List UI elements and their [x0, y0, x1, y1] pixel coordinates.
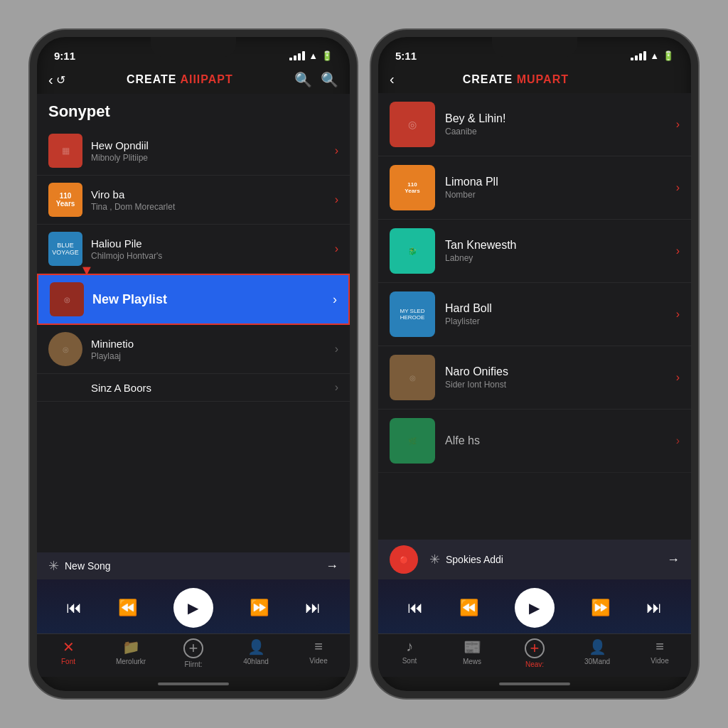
chevron-icon: ›	[335, 193, 338, 206]
list-item[interactable]: Sinz A Boors ›	[37, 374, 350, 402]
left-back-button[interactable]: ‹ ↺	[48, 72, 65, 88]
chevron-icon: ›	[676, 181, 680, 194]
tab-merolurk[interactable]: 📁 Merolurkr	[109, 638, 152, 668]
item-subtitle: Chilmojo Hontvar's	[91, 251, 335, 261]
list-item[interactable]: ◎ Bey & Lihin! Caanibe ›	[378, 93, 691, 156]
phones-container: 9:11 ▲ 🔋 ‹ ↺ CREATE AIIIPAPT	[0, 0, 728, 728]
chevron-icon: ›	[676, 245, 680, 257]
tab-sont-label: Sont	[402, 657, 417, 665]
tab-videe-label: Videe	[309, 657, 327, 665]
list-item[interactable]: 🐉 Tan Knewesth Labney ›	[378, 220, 691, 283]
item-info: Limona Pll Nomber	[445, 176, 676, 200]
list-item[interactable]: ▦ Hew Opndiil Mibnoly Plitiipe ›	[37, 127, 350, 176]
skip-to-end-icon[interactable]: ⏭	[305, 599, 321, 617]
right-back-button[interactable]: ‹	[390, 71, 395, 87]
item-info: New Playlist	[92, 292, 333, 307]
item-info: Haliou Pile Chilmojo Hontvar's	[91, 237, 335, 261]
left-nav-header: ‹ ↺ CREATE AIIIPAPT 🔍 🔍	[37, 68, 350, 94]
list-item[interactable]: 🌿 Alfe hs ›	[378, 410, 691, 473]
left-nav-actions: 🔍 🔍	[294, 71, 338, 88]
tab-sont[interactable]: ♪ Sont	[388, 638, 431, 668]
tab-mews[interactable]: 📰 Mews	[451, 638, 493, 668]
item-info: Mininetio Playlaaj	[91, 338, 335, 361]
search-icon-1[interactable]: 🔍	[294, 71, 312, 88]
item-thumb: 110Years	[390, 165, 435, 210]
tab-flirnt[interactable]: + Flirnt:	[172, 638, 215, 668]
player-avatar: 🔴	[390, 545, 418, 574]
refresh-icon: ↺	[56, 73, 65, 87]
tab-30mand-label: 30Mand	[584, 658, 610, 665]
now-playing-arrow: →	[667, 552, 680, 567]
rewind-icon[interactable]: ⏪	[118, 599, 137, 617]
avatar-text: 🔴	[400, 556, 408, 564]
arrow-down-icon: ▼	[80, 262, 94, 279]
chevron-icon: ›	[335, 343, 338, 355]
tab-merolurk-label: Merolurkr	[116, 658, 146, 665]
left-phone: 9:11 ▲ 🔋 ‹ ↺ CREATE AIIIPAPT	[30, 30, 357, 698]
30mand-tab-icon: 👤	[589, 638, 606, 655]
item-info: Tan Knewesth Labney	[445, 239, 676, 263]
left-home-indicator	[37, 677, 350, 691]
skip-to-end-icon[interactable]: ⏭	[646, 599, 662, 617]
tab-font[interactable]: ✕ Font	[47, 638, 90, 668]
list-item[interactable]: MY SLEDHEROOE Hard Boll Playlister ›	[378, 283, 691, 346]
item-title: Alfe hs	[445, 434, 676, 447]
play-button[interactable]: ▶	[515, 588, 555, 628]
rewind-icon[interactable]: ⏪	[459, 599, 478, 617]
right-playlist-list: ◎ Bey & Lihin! Caanibe › 110Years Limona…	[378, 93, 691, 540]
flirnt-tab-icon: +	[183, 638, 203, 658]
right-player-controls: ⏮ ⏪ ▶ ⏩ ⏭	[378, 579, 691, 633]
skip-to-start-icon[interactable]: ⏮	[66, 599, 82, 617]
item-title: Naro Onifies	[445, 365, 676, 378]
tab-neav[interactable]: + Neav:	[513, 638, 556, 668]
fast-forward-icon[interactable]: ⏩	[591, 599, 610, 617]
tab-flirnt-label: Flirnt:	[185, 660, 203, 668]
chevron-icon: ›	[335, 242, 338, 255]
new-playlist-item[interactable]: ◎ New Playlist ›	[37, 274, 350, 325]
item-thumb: ◎	[390, 102, 435, 147]
item-info: Bey & Lihin! Caanibe	[445, 112, 676, 136]
home-bar	[499, 682, 570, 685]
tab-30mand[interactable]: 👤 30Mand	[576, 638, 619, 668]
item-title: Haliou Pile	[91, 237, 335, 250]
play-button[interactable]: ▶	[173, 588, 213, 628]
home-bar	[158, 682, 229, 685]
chevron-icon: ›	[676, 308, 680, 321]
mews-tab-icon: 📰	[464, 638, 481, 655]
item-thumb: ▦	[48, 134, 82, 168]
item-title: Viro ba	[91, 188, 335, 200]
item-subtitle: Tina , Dom Morecarlet	[91, 202, 335, 212]
item-thumb: 🌿	[390, 418, 435, 464]
list-item[interactable]: ◎ Mininetio Playlaaj ›	[37, 325, 350, 374]
signal-icon	[631, 51, 646, 60]
item-title: Sinz A Boors	[91, 382, 335, 394]
list-item[interactable]: 110Years Limona Pll Nomber ›	[378, 156, 691, 220]
item-subtitle: Caanibe	[445, 127, 676, 136]
right-status-icons: ▲ 🔋	[631, 50, 674, 61]
chevron-icon: ›	[676, 118, 680, 131]
right-content: ◎ Bey & Lihin! Caanibe › 110Years Limona…	[378, 93, 691, 633]
item-thumb: BLUEVOYAGE	[48, 232, 82, 266]
create-label: CREATE	[127, 73, 177, 85]
list-item[interactable]: 110Years Viro ba Tina , Dom Morecarlet ›	[37, 176, 350, 225]
skip-to-start-icon[interactable]: ⏮	[407, 599, 423, 617]
tab-40hland-label: 40hland	[243, 658, 269, 665]
right-phone: 5:11 ▲ 🔋 ‹ CREATE MUPART	[371, 30, 698, 698]
item-subtitle: Mibnoly Plitiipe	[91, 153, 335, 163]
tab-40hland[interactable]: 👤 40hland	[235, 638, 277, 668]
item-title: Bey & Lihin!	[445, 112, 676, 125]
now-playing-bar[interactable]: ✳ New Song →	[37, 552, 350, 579]
play-icon: ▶	[529, 599, 540, 616]
search-icon-2[interactable]: 🔍	[321, 71, 338, 88]
right-home-indicator	[378, 677, 691, 691]
left-time: 9:11	[54, 50, 75, 62]
fast-forward-icon[interactable]: ⏩	[250, 599, 269, 617]
tab-videe[interactable]: ≡ Videe	[297, 638, 340, 668]
highlighted-item-container: ▼ ◎ New Playlist ›	[37, 274, 350, 325]
item-info: Hew Opndiil Mibnoly Plitiipe	[91, 139, 335, 163]
list-item[interactable]: ◎ Naro Onifies Sider Iont Honst ›	[378, 346, 691, 410]
item-subtitle: Labney	[445, 253, 676, 263]
tab-vidoe[interactable]: ≡ Vidoe	[638, 638, 681, 668]
shuffle-icon: ✳	[48, 558, 59, 574]
right-now-playing-bar[interactable]: 🔴 ✳ Spokies Addi →	[378, 540, 691, 579]
